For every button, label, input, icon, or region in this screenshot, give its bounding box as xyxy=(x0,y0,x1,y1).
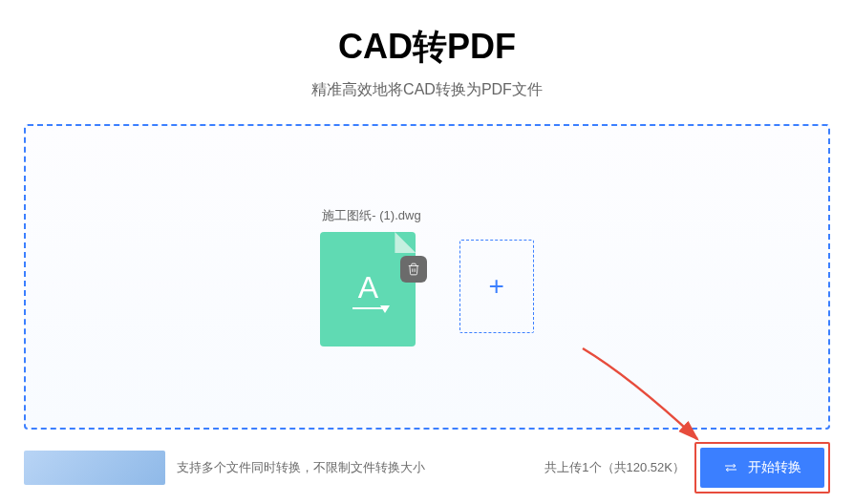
support-text: 支持多个文件同时转换，不限制文件转换大小 xyxy=(177,459,544,476)
header: CAD转PDF 精准高效地将CAD转换为PDF文件 xyxy=(0,0,854,100)
file-name: 施工图纸- (1).dwg xyxy=(320,207,420,224)
trash-icon xyxy=(407,262,420,276)
footer-banner xyxy=(24,451,165,485)
page-title: CAD转PDF xyxy=(0,24,854,71)
dwg-file-icon: A xyxy=(320,232,416,346)
footer-bar: 支持多个文件同时转换，不限制文件转换大小 共上传1个（共120.52K） 开始转… xyxy=(0,444,854,492)
start-convert-button[interactable]: 开始转换 xyxy=(700,448,824,488)
page-subtitle: 精准高效地将CAD转换为PDF文件 xyxy=(0,80,854,100)
convert-button-highlight: 开始转换 xyxy=(694,442,830,494)
upload-dropzone[interactable]: 施工图纸- (1).dwg A + xyxy=(24,124,830,430)
convert-label: 开始转换 xyxy=(748,459,801,476)
file-card: 施工图纸- (1).dwg A xyxy=(320,207,420,346)
upload-stats: 共上传1个（共120.52K） xyxy=(544,459,685,476)
add-file-button[interactable]: + xyxy=(459,240,534,333)
swap-icon xyxy=(723,461,738,474)
plus-icon: + xyxy=(488,271,503,302)
delete-file-button[interactable] xyxy=(400,256,427,283)
